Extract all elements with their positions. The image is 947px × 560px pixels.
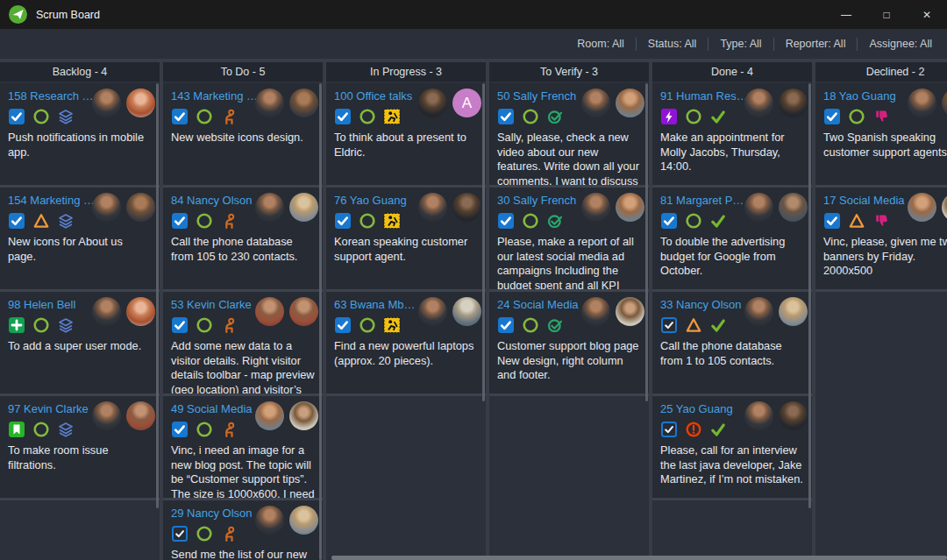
card[interactable]: 17 Social MediaVinc, please, given me tw… [815,188,947,292]
ring-green-icon [848,108,865,125]
horizontal-scrollbar[interactable] [0,555,947,560]
card-description: Korean speaking customer support agent. [334,235,478,264]
card-title-link[interactable]: 98 Helen Bell [8,298,98,312]
horizontal-scrollbar-thumb[interactable] [331,556,947,560]
card-description: To double the advertising budget for Goo… [660,235,804,279]
ring-green-icon [522,108,539,125]
card-title-link[interactable]: 24 Social Media [497,298,587,312]
card-avatars [581,297,644,326]
card-title-link[interactable]: 17 Social Media [823,194,914,208]
checkbox-filled-icon [660,212,678,230]
card-description: Make an appointment for Molly Jacobs, Th… [660,131,804,174]
card-title-link[interactable]: 63 Bwana Mb… [334,298,424,312]
column-header-to-verify: To Verify - 3 [489,62,649,82]
card-description: Two Spanish speaking customer support ag… [823,131,947,159]
ring-green-icon [196,421,213,438]
checkbox-outline-icon [660,421,678,438]
minimize-button[interactable]: — [826,0,866,29]
maximize-button[interactable]: □ [866,0,907,29]
vertical-scrollbar-thumb[interactable] [319,83,322,560]
card-description: Sally, please, check a new video about o… [497,131,641,188]
card-description: Find a new powerful laptops (approx. 20 … [334,339,478,368]
card-title-link[interactable]: 25 Yao Guang [660,402,751,416]
card[interactable]: 18 Yao GuangTwo Spanish speaking custome… [815,83,947,188]
card-avatars [418,193,481,222]
card-avatars [255,297,318,326]
checkbox-filled-icon [497,212,515,230]
checkbox-outline-icon [660,316,678,334]
card-title-link[interactable]: 91 Human Res… [660,89,751,103]
card[interactable]: 25 Yao GuangPlease, call for an intervie… [652,396,812,500]
triangle-orange-icon [32,212,50,230]
vertical-scrollbar-thumb[interactable] [808,83,811,508]
column-in-progress: In Progress - 3100 Office talksATo think… [326,62,486,560]
card[interactable]: 143 Marketing …New website icons design. [163,83,323,188]
card[interactable]: 24 Social MediaCustomer support blog pag… [489,292,649,396]
card-avatars [92,297,155,326]
card-title-link[interactable]: 18 Yao Guang [823,89,914,103]
card[interactable]: 33 Nancy OlsonCall the phone database fr… [652,292,812,396]
card-description: Call the phone database from 105 to 230 … [171,235,315,264]
avatar-man-turtleneck [744,401,773,430]
card[interactable]: 53 Kevin ClarkeAdd some new data to a vi… [163,292,323,396]
avatar-letter: A [452,89,481,117]
card-title-link[interactable]: 29 Nancy Olson [171,507,261,521]
check-green-icon [709,421,727,438]
avatar-man-turtleneck [92,193,121,222]
card-title-link[interactable]: 76 Yao Guang [334,194,424,208]
filter-status[interactable]: Status: All [637,38,708,50]
card[interactable]: 63 Bwana Mb…Find a new powerful laptops … [326,292,486,396]
card[interactable]: 76 Yao GuangKorean speaking customer sup… [326,188,486,292]
vertical-scrollbar-thumb[interactable] [645,83,648,401]
card-title-link[interactable]: 33 Nancy Olson [660,298,751,312]
vertical-scrollbar-thumb[interactable] [482,83,485,401]
card-title-link[interactable]: 100 Office talks [334,89,424,103]
checkbox-filled-icon [8,212,25,230]
close-button[interactable]: ✕ [907,0,947,29]
filter-room[interactable]: Room: All [566,38,636,50]
card-title-link[interactable]: 143 Marketing … [171,89,261,103]
card[interactable]: 98 Helen BellTo add a super user mode. [0,292,160,396]
card-title-link[interactable]: 154 Marketing … [8,194,98,208]
card[interactable]: 84 Nancy OlsonCall the phone database fr… [163,188,323,292]
filter-assignee[interactable]: Assignee: All [858,38,943,50]
card-title-link[interactable]: 53 Kevin Clarke [171,298,261,312]
card[interactable]: 30 Sally FrenchPlease, make a report of … [489,188,649,292]
card[interactable]: 97 Kevin ClarkeTo make room issue filtra… [0,396,160,500]
card-title-link[interactable]: 81 Margaret P… [660,194,751,208]
card-title-link[interactable]: 97 Kevin Clarke [8,402,98,416]
card[interactable]: 29 Nancy OlsonSend me the list of our ne… [163,500,323,560]
card-avatars [744,193,808,222]
avatar-woman-glasses [779,193,808,222]
card-title-link[interactable]: 49 Social Media [171,402,261,416]
card[interactable]: 50 Sally FrenchSally, please, check a ne… [489,83,649,188]
card[interactable]: 49 Social MediaVinc, i need an image for… [163,396,323,500]
filter-reporter[interactable]: Reporter: All [774,38,858,50]
layers-blue-icon [57,108,75,125]
column-empty-space [326,396,486,560]
ring-green-icon [359,108,376,125]
check-green-icon [709,212,727,230]
card-description: To think about a present to Eldric. [334,131,478,159]
avatar-man-suit [126,401,155,430]
ring-green-icon [32,316,50,334]
card[interactable]: 100 Office talksATo think about a presen… [326,83,486,188]
vertical-scrollbar-thumb[interactable] [156,83,159,508]
avatar-man-turtleneck [92,297,121,326]
card[interactable]: 81 Margaret P…To double the advertising … [652,188,812,292]
check-circle-green-icon [546,108,564,125]
card-title-link[interactable]: 158 Research … [8,89,98,103]
ring-green-icon [196,212,213,230]
ring-green-icon [32,421,50,438]
filter-type[interactable]: Type: All [708,38,773,50]
card-title-link[interactable]: 84 Nancy Olson [171,194,261,208]
checkbox-filled-icon [823,212,841,230]
card[interactable]: 154 Marketing …New icons for About us pa… [0,188,160,292]
card-title-link[interactable]: 30 Sally French [497,194,587,208]
titlebar: Scrum Board — □ ✕ [0,0,947,29]
layers-blue-icon [57,212,75,230]
card[interactable]: 158 Research …Push notifications in mobi… [0,83,160,188]
column-header-done: Done - 4 [652,62,812,82]
card[interactable]: 91 Human Res…Make an appointment for Mol… [652,83,812,188]
card-title-link[interactable]: 50 Sally French [497,89,587,103]
